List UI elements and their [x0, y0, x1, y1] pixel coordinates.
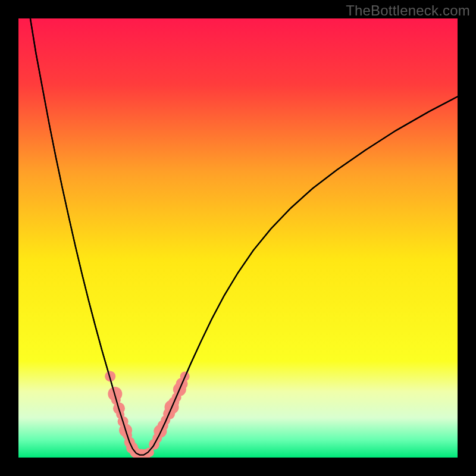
- watermark-text: TheBottleneck.com: [346, 2, 470, 19]
- gradient-background: [18, 18, 458, 458]
- chart-svg: [18, 18, 458, 458]
- chart-stage: TheBottleneck.com: [0, 0, 476, 476]
- plot-area: [18, 18, 458, 458]
